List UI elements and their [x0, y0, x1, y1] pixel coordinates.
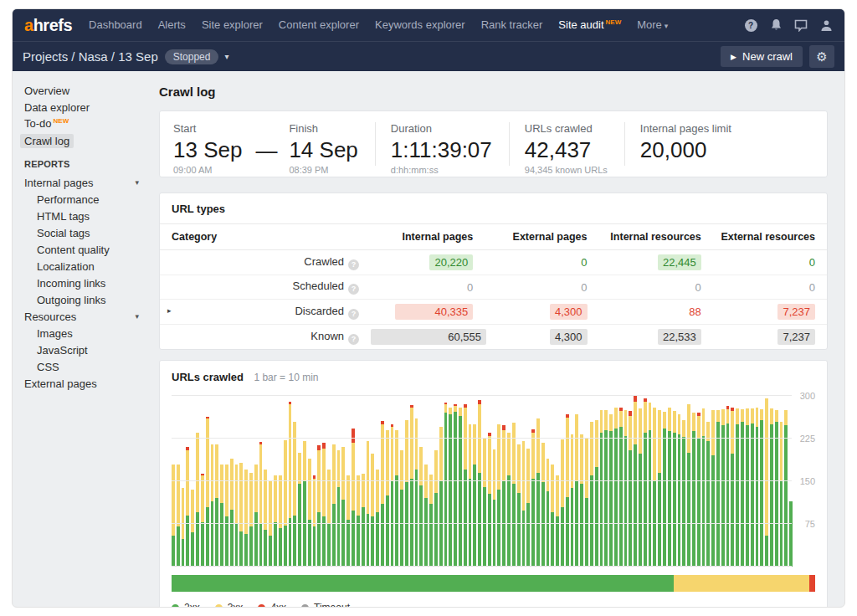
- chart-bar[interactable]: [177, 465, 180, 567]
- chart-bar[interactable]: [308, 459, 311, 567]
- bell-icon[interactable]: [769, 18, 783, 32]
- new-crawl-button[interactable]: ▶ New crawl: [721, 46, 803, 67]
- nav-item-site-explorer[interactable]: Site explorer: [202, 18, 263, 31]
- chart-bar[interactable]: [346, 475, 350, 567]
- chart-bar[interactable]: [429, 475, 433, 567]
- chart-bar[interactable]: [220, 465, 223, 567]
- chart-bar[interactable]: [600, 410, 603, 567]
- chart-bar[interactable]: [279, 475, 282, 567]
- chart-bar[interactable]: [454, 404, 457, 567]
- chart-bar[interactable]: [731, 408, 734, 567]
- chart-bar[interactable]: [473, 424, 476, 567]
- chart-bar[interactable]: [629, 411, 632, 567]
- chart-bar[interactable]: [770, 408, 773, 567]
- chart-bar[interactable]: [352, 429, 355, 567]
- chart-bar[interactable]: [653, 408, 656, 567]
- chart-bar[interactable]: [551, 465, 554, 567]
- chart-bar[interactable]: [697, 413, 700, 567]
- chart-bar[interactable]: [590, 422, 593, 567]
- chart-bar[interactable]: [391, 424, 394, 567]
- chart-bar[interactable]: [536, 418, 540, 567]
- chart-bar[interactable]: [449, 408, 452, 567]
- nav-item-alerts[interactable]: Alerts: [158, 18, 186, 31]
- legend-item-3xx[interactable]: 3xx: [215, 602, 244, 608]
- chart-bar[interactable]: [395, 430, 398, 567]
- chat-icon[interactable]: [794, 18, 808, 32]
- sidebar-item-data-explorer[interactable]: Data explorer: [24, 99, 139, 116]
- row-help-icon[interactable]: ?: [348, 259, 359, 270]
- chart-bar[interactable]: [488, 433, 491, 567]
- legend-item-2xx[interactable]: 2xx: [172, 602, 200, 608]
- chart-bar[interactable]: [434, 450, 438, 567]
- chart-bar[interactable]: [284, 440, 287, 567]
- chart-bar[interactable]: [502, 425, 505, 567]
- chart-bar[interactable]: [639, 408, 642, 567]
- chart-bar[interactable]: [313, 475, 316, 567]
- chart-bar[interactable]: [561, 439, 564, 567]
- nav-item-more[interactable]: More▾: [637, 18, 668, 31]
- chart-bar[interactable]: [254, 465, 258, 567]
- chart-bar[interactable]: [225, 465, 228, 567]
- user-icon[interactable]: [819, 18, 833, 32]
- chart-bar[interactable]: [736, 408, 739, 567]
- chart-bar[interactable]: [376, 470, 379, 567]
- sidebar-item-performance[interactable]: Performance: [24, 191, 139, 208]
- chart-bar[interactable]: [293, 422, 296, 567]
- chart-bar[interactable]: [780, 422, 783, 567]
- chart-bar[interactable]: [711, 410, 715, 567]
- chevron-down-icon[interactable]: ▾: [135, 178, 139, 187]
- chart-bar[interactable]: [381, 421, 384, 567]
- chart-bar[interactable]: [332, 444, 336, 567]
- chart-bar[interactable]: [235, 465, 239, 567]
- chart-bar[interactable]: [244, 470, 248, 567]
- chart-bar[interactable]: [182, 488, 185, 567]
- chart-bar[interactable]: [721, 409, 725, 567]
- chart-bar[interactable]: [264, 470, 267, 567]
- chart-bar[interactable]: [649, 403, 652, 567]
- chart-bar[interactable]: [289, 402, 292, 567]
- chart-bar[interactable]: [531, 429, 535, 567]
- chart-bar[interactable]: [789, 501, 793, 567]
- help-icon[interactable]: ?: [744, 18, 757, 32]
- nav-item-keywords-explorer[interactable]: Keywords explorer: [375, 18, 465, 31]
- chart-bar[interactable]: [303, 441, 306, 567]
- chart-bar[interactable]: [327, 470, 331, 567]
- chart-bar[interactable]: [439, 427, 443, 567]
- chart-bar[interactable]: [756, 408, 759, 567]
- chart-bar[interactable]: [746, 408, 749, 567]
- row-help-icon[interactable]: ?: [348, 309, 359, 320]
- chart-bar[interactable]: [580, 434, 583, 567]
- chart-bar[interactable]: [386, 430, 389, 567]
- sidebar-item-social-tags[interactable]: Social tags: [24, 224, 139, 241]
- chart-bar[interactable]: [682, 420, 685, 567]
- chart-bar[interactable]: [215, 444, 218, 567]
- chart-bar[interactable]: [522, 441, 526, 567]
- sidebar-item-overview[interactable]: Overview: [24, 82, 139, 99]
- chart-bar[interactable]: [604, 410, 608, 567]
- nav-item-site-audit[interactable]: Site auditNEW: [558, 18, 621, 31]
- chart-bar[interactable]: [400, 450, 403, 567]
- chart-bar[interactable]: [541, 443, 545, 567]
- nav-item-dashboard[interactable]: Dashboard: [89, 18, 142, 31]
- chart-bar[interactable]: [765, 398, 768, 567]
- chevron-down-icon[interactable]: ▾: [135, 312, 139, 321]
- chart-bar[interactable]: [206, 417, 209, 567]
- chart-bar[interactable]: [478, 400, 481, 567]
- chart-bar[interactable]: [692, 413, 695, 567]
- nav-item-content-explorer[interactable]: Content explorer: [279, 18, 359, 31]
- chart-bar[interactable]: [362, 474, 365, 567]
- legend-item-timeout[interactable]: Timeout: [301, 602, 350, 608]
- chart-bar[interactable]: [444, 403, 448, 567]
- chart-bar[interactable]: [405, 420, 408, 567]
- chart-bar[interactable]: [249, 473, 253, 567]
- chart-bar[interactable]: [322, 443, 326, 567]
- chart-bar[interactable]: [741, 409, 744, 567]
- sidebar-item-outgoing-links[interactable]: Outgoing links: [24, 291, 139, 308]
- chart-bar[interactable]: [687, 404, 690, 567]
- chart-bar[interactable]: [595, 420, 598, 567]
- sidebar-item-content-quality[interactable]: Content quality: [24, 241, 139, 258]
- chart-bar[interactable]: [512, 423, 516, 567]
- settings-gear-button[interactable]: ⚙: [809, 45, 834, 68]
- chart-bar[interactable]: [614, 408, 618, 567]
- chart-bar[interactable]: [410, 405, 413, 567]
